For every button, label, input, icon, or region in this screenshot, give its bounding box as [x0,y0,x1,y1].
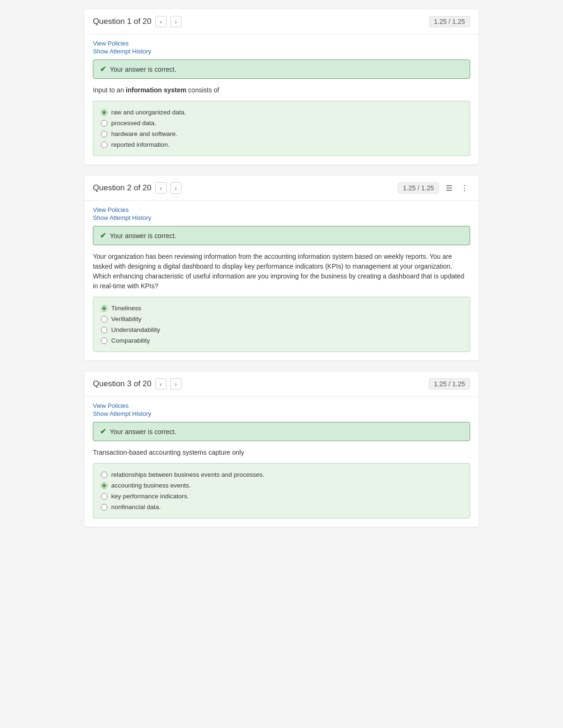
page-container: Question 1 of 20‹›1.25 / 1.25View Polici… [70,0,493,548]
show-attempt-link-3[interactable]: Show Attempt History [93,410,470,417]
option-label-3-0: relationships between business events an… [111,471,264,478]
question-title-1: Question 1 of 20 [93,17,152,26]
prev-btn-3[interactable]: ‹ [155,378,167,390]
option-item-1-1: processed data. [101,118,462,128]
option-radio-2-3[interactable] [101,338,107,344]
question-block-2: Question 2 of 20‹›1.25 / 1.25☰⋮View Poli… [84,176,479,360]
show-attempt-link-1[interactable]: Show Attempt History [93,48,470,55]
option-label-1-2: hardware and software. [111,130,177,137]
question-header-right-1: 1.25 / 1.25 [429,16,470,27]
next-btn-3[interactable]: › [170,378,182,390]
question-text-3: Transaction-based accounting systems cap… [93,448,470,458]
option-item-3-3: nonfinancial data. [101,502,462,512]
view-policies-link-3[interactable]: View Policies [93,402,470,409]
score-badge-3: 1.25 / 1.25 [429,378,470,390]
check-icon-3: ✔ [100,427,106,436]
question-body-2: View PoliciesShow Attempt History✔Your a… [84,201,479,360]
question-text-1: Input to an information system consists … [93,85,470,95]
option-label-1-0: raw and unorganized data. [111,109,186,116]
options-container-1: raw and unorganized data.processed data.… [93,101,470,156]
option-item-2-1: Verifiability [101,314,462,324]
question-header-left-1: Question 1 of 20‹› [93,16,182,27]
option-radio-2-1[interactable] [101,316,107,323]
option-label-3-2: key performance indicators. [111,493,189,500]
options-container-3: relationships between business events an… [93,463,470,518]
correct-message-3: Your answer is correct. [110,428,176,435]
option-item-3-2: key performance indicators. [101,491,462,502]
question-block-1: Question 1 of 20‹›1.25 / 1.25View Polici… [84,9,479,165]
question-header-left-3: Question 3 of 20‹› [93,378,182,390]
option-radio-2-0[interactable] [101,305,107,312]
option-radio-2-2[interactable] [101,327,107,333]
option-label-1-3: reported information. [111,141,170,148]
option-item-2-3: Comparability [101,335,462,346]
question-text-2: Your organization has been reviewing inf… [93,252,470,291]
correct-banner-2: ✔Your answer is correct. [93,226,470,245]
next-btn-1[interactable]: › [170,16,182,27]
question-header-right-2: 1.25 / 1.25☰⋮ [398,182,470,194]
option-item-1-3: reported information. [101,139,462,150]
view-policies-link-1[interactable]: View Policies [93,40,470,47]
option-label-2-1: Verifiability [111,315,142,323]
question-body-1: View PoliciesShow Attempt History✔Your a… [84,34,479,165]
option-item-3-0: relationships between business events an… [101,469,462,480]
question-header-1: Question 1 of 20‹›1.25 / 1.25 [84,9,479,34]
score-badge-1: 1.25 / 1.25 [429,16,470,27]
question-body-3: View PoliciesShow Attempt History✔Your a… [84,397,479,527]
option-radio-1-2[interactable] [101,131,107,137]
question-header-left-2: Question 2 of 20‹› [93,182,182,194]
correct-message-2: Your answer is correct. [110,232,176,240]
show-attempt-link-2[interactable]: Show Attempt History [93,214,470,221]
score-badge-2: 1.25 / 1.25 [398,182,439,194]
option-label-2-0: Timeliness [111,305,141,312]
option-item-1-2: hardware and software. [101,128,462,139]
option-radio-3-3[interactable] [101,504,107,510]
option-label-3-3: nonfinancial data. [111,503,161,510]
more-icon-btn-2[interactable]: ⋮ [459,183,470,194]
option-item-2-2: Understandability [101,324,462,335]
question-header-2: Question 2 of 20‹›1.25 / 1.25☰⋮ [84,176,479,201]
option-radio-3-2[interactable] [101,493,107,500]
option-radio-3-1[interactable] [101,482,107,489]
question-title-2: Question 2 of 20 [93,183,152,193]
option-radio-3-0[interactable] [101,472,107,478]
view-policies-link-2[interactable]: View Policies [93,206,470,213]
correct-banner-3: ✔Your answer is correct. [93,422,470,441]
option-item-1-0: raw and unorganized data. [101,107,462,118]
option-label-3-1: accounting business events. [111,482,191,489]
option-radio-1-1[interactable] [101,120,107,127]
question-block-3: Question 3 of 20‹›1.25 / 1.25View Polici… [84,372,479,527]
question-header-3: Question 3 of 20‹›1.25 / 1.25 [84,372,479,397]
option-radio-1-3[interactable] [101,142,107,148]
check-icon-2: ✔ [100,231,106,240]
prev-btn-1[interactable]: ‹ [155,16,167,27]
option-label-1-1: processed data. [111,120,156,127]
option-label-2-3: Comparability [111,337,150,344]
next-btn-2[interactable]: › [170,182,182,194]
option-item-3-1: accounting business events. [101,480,462,491]
prev-btn-2[interactable]: ‹ [155,182,167,194]
option-item-2-0: Timeliness [101,303,462,314]
correct-banner-1: ✔Your answer is correct. [93,60,470,79]
options-container-2: TimelinessVerifiabilityUnderstandability… [93,297,470,352]
option-radio-1-0[interactable] [101,109,107,116]
question-title-3: Question 3 of 20 [93,379,152,389]
check-icon-1: ✔ [100,65,106,74]
question-header-right-3: 1.25 / 1.25 [429,378,470,390]
option-label-2-2: Understandability [111,326,160,333]
correct-message-1: Your answer is correct. [110,66,176,73]
list-icon-btn-2[interactable]: ☰ [444,183,454,194]
